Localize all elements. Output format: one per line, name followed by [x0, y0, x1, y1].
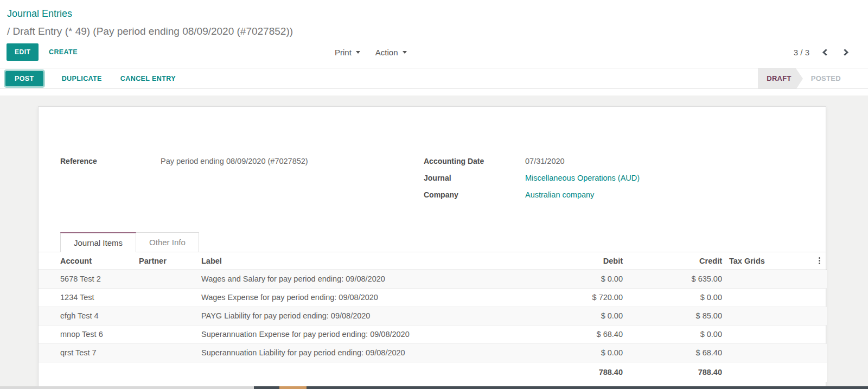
taskbar-edge — [0, 386, 868, 389]
tab-journal-items[interactable]: Journal Items — [60, 232, 136, 252]
cell-options — [812, 343, 827, 362]
tab-other-info[interactable]: Other Info — [136, 232, 199, 252]
breadcrumb: Journal Entries / Draft Entry (* 49) (Pa… — [0, 0, 868, 37]
odoo-journal-entry-screen: Journal Entries / Draft Entry (* 49) (Pa… — [0, 0, 868, 389]
create-button[interactable]: CREATE — [49, 48, 78, 56]
breadcrumb-current: / Draft Entry (* 49) (Pay period ending … — [7, 25, 868, 37]
cell-options — [812, 270, 827, 288]
totals-row: 788.40 788.40 — [39, 362, 827, 382]
state-draft[interactable]: DRAFT — [758, 68, 796, 88]
cancel-entry-button[interactable]: CANCEL ENTRY — [120, 75, 176, 82]
cell-tax-grids[interactable] — [729, 343, 812, 362]
breadcrumb-parent-link[interactable]: Journal Entries — [7, 8, 868, 20]
cell-debit[interactable]: $ 68.40 — [543, 325, 630, 343]
header-account[interactable]: Account — [39, 252, 139, 270]
cell-credit[interactable]: $ 0.00 — [630, 325, 729, 343]
cell-account[interactable]: mnop Test 6 — [39, 325, 139, 343]
table-row[interactable]: 1234 Test Wages Expense for pay period e… — [39, 288, 827, 307]
cell-partner[interactable] — [139, 325, 201, 343]
company-label: Company — [424, 190, 525, 202]
cell-label[interactable]: Wages and Salary for pay period ending: … — [201, 270, 543, 288]
cell-label[interactable]: Superannuation Expense for pay period en… — [201, 325, 543, 343]
taskbar-segment — [254, 386, 279, 389]
control-panel: EDIT CREATE Print Action 3 / 3 — [0, 42, 868, 68]
duplicate-button[interactable]: DUPLICATE — [62, 75, 102, 82]
action-menu-button[interactable]: Action — [375, 48, 407, 57]
cell-credit[interactable]: $ 68.40 — [630, 343, 729, 362]
table-header-row: Account Partner Label Debit Credit Tax G… — [39, 252, 827, 270]
pager-count: 3 / 3 — [794, 48, 809, 57]
edit-button[interactable]: EDIT — [7, 43, 39, 61]
table-row[interactable]: 5678 Test 2 Wages and Salary for pay per… — [39, 270, 827, 288]
journal-value-link[interactable]: Miscellaneous Operations (AUD) — [525, 174, 640, 185]
chevron-left-icon[interactable] — [822, 49, 829, 56]
field-accounting-date: Accounting Date 07/31/2020 — [424, 157, 640, 168]
table-row[interactable]: efgh Test 4 PAYG Liability for pay perio… — [39, 307, 827, 325]
print-menu-label: Print — [335, 48, 352, 57]
cell-options — [812, 288, 827, 307]
cell-account[interactable]: 1234 Test — [39, 288, 139, 307]
header-partner[interactable]: Partner — [139, 252, 201, 270]
reference-value: Pay period ending 08/09/2020 (#7027852) — [161, 157, 308, 168]
cell-tax-grids[interactable] — [729, 270, 812, 288]
totals-spacer — [39, 362, 139, 382]
reference-label: Reference — [60, 157, 161, 168]
cell-credit[interactable]: $ 85.00 — [630, 307, 729, 325]
field-journal: Journal Miscellaneous Operations (AUD) — [424, 174, 640, 185]
cell-partner[interactable] — [139, 307, 201, 325]
cell-partner[interactable] — [139, 288, 201, 307]
totals-spacer — [729, 362, 812, 382]
cell-label[interactable]: PAYG Liability for pay period ending: 09… — [201, 307, 543, 325]
statusbar: POST DUPLICATE CANCEL ENTRY DRAFT POSTED — [0, 68, 868, 89]
cell-tax-grids[interactable] — [729, 307, 812, 325]
action-menus: Print Action — [335, 48, 407, 57]
header-credit[interactable]: Credit — [630, 252, 729, 270]
action-menu-label: Action — [375, 48, 398, 57]
totals-spacer — [812, 362, 827, 382]
print-menu-button[interactable]: Print — [335, 48, 360, 57]
header-tax-grids[interactable]: Tax Grids — [729, 252, 812, 270]
cell-partner[interactable] — [139, 270, 201, 288]
field-company: Company Australian company — [424, 190, 640, 202]
cell-account[interactable]: efgh Test 4 — [39, 307, 139, 325]
cell-account[interactable]: 5678 Test 2 — [39, 270, 139, 288]
accounting-date-value: 07/31/2020 — [525, 157, 565, 168]
optional-columns-kebab-icon[interactable] — [812, 257, 827, 264]
cell-partner[interactable] — [139, 343, 201, 362]
form-view-background: Reference Pay period ending 08/09/2020 (… — [0, 95, 868, 386]
cell-debit[interactable]: $ 720.00 — [543, 288, 630, 307]
cell-debit[interactable]: $ 0.00 — [543, 307, 630, 325]
caret-down-icon — [356, 51, 360, 54]
journal-label: Journal — [424, 174, 525, 185]
cell-options — [812, 307, 827, 325]
cell-credit[interactable]: $ 635.00 — [630, 270, 729, 288]
cell-account[interactable]: qrst Test 7 — [39, 343, 139, 362]
cell-label[interactable]: Superannuation Liability for pay period … — [201, 343, 543, 362]
total-debit: 788.40 — [543, 362, 630, 382]
cell-debit[interactable]: $ 0.00 — [543, 270, 630, 288]
header-debit[interactable]: Debit — [543, 252, 630, 270]
table-row[interactable]: mnop Test 6 Superannuation Expense for p… — [39, 325, 827, 343]
table-row[interactable]: qrst Test 7 Superannuation Liability for… — [39, 343, 827, 362]
cell-debit[interactable]: $ 0.00 — [543, 343, 630, 362]
state-draft-label: DRAFT — [767, 74, 792, 82]
field-group-right: Accounting Date 07/31/2020 Journal Misce… — [424, 157, 640, 207]
totals-spacer — [139, 362, 201, 382]
state-arrow-tip — [796, 68, 803, 90]
notebook-tabs: Journal Items Other Info — [39, 232, 826, 252]
taskbar-segment — [0, 386, 254, 389]
chevron-right-icon[interactable] — [841, 49, 848, 56]
cell-credit[interactable]: $ 0.00 — [630, 288, 729, 307]
header-label[interactable]: Label — [201, 252, 543, 270]
cell-tax-grids[interactable] — [729, 288, 812, 307]
cell-label[interactable]: Wages Expense for pay period ending: 09/… — [201, 288, 543, 307]
company-value-link[interactable]: Australian company — [525, 190, 594, 202]
state-ribbon: DRAFT POSTED — [758, 68, 841, 88]
taskbar-segment — [307, 386, 868, 389]
taskbar-segment — [279, 386, 307, 389]
accounting-date-label: Accounting Date — [424, 157, 525, 168]
caret-down-icon — [403, 51, 407, 54]
post-button[interactable]: POST — [5, 71, 43, 86]
cell-tax-grids[interactable] — [729, 325, 812, 343]
header-options — [812, 252, 827, 270]
